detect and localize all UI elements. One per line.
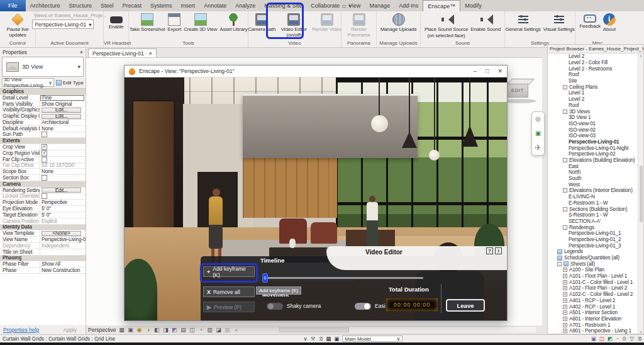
feedback-plane-icon[interactable]: ✈ (535, 145, 541, 151)
video-editor-button[interactable]: Video Editor (on/off) (277, 11, 311, 38)
tree-expand-icon[interactable]: + (563, 286, 567, 290)
property-row[interactable]: Visibility/Graphics ... Edit... (0, 107, 86, 113)
ribbon-tab[interactable]: Modify (460, 0, 486, 11)
tree-expand-icon[interactable]: + (563, 310, 567, 315)
tree-expand-icon[interactable]: + (563, 298, 567, 303)
view-control-icon[interactable]: ◧ (153, 327, 160, 333)
tree-item[interactable]: - Sections (Building Section) (548, 206, 643, 212)
status-icon[interactable]: ◔ (616, 336, 619, 342)
ribbon-tab[interactable]: Enscape™ (423, 0, 460, 11)
property-row[interactable]: Phase New Construction (0, 268, 86, 274)
tree-item[interactable]: + A100 - Site Plan (548, 267, 643, 273)
tree-item[interactable]: + A101 - Floor Plan - Level 1 (548, 273, 643, 280)
view-selector-dropdown[interactable]: 3D View: Perspective-Living- ∨ (2, 78, 54, 87)
shaky-camera-toggle[interactable] (267, 303, 283, 310)
view-control-icon[interactable]: ◪ (215, 327, 221, 333)
tree-item[interactable]: Roof (548, 72, 643, 78)
property-row[interactable]: Title on Sheet (0, 249, 86, 256)
view-control-icon[interactable]: ▧ (224, 327, 230, 333)
tree-expand-icon[interactable]: + (563, 323, 567, 327)
property-row[interactable]: Target Elevation 5' 0" (0, 212, 86, 218)
tree-item[interactable]: E-Restroom 1 - W (548, 200, 643, 206)
property-row[interactable]: Crop Region Visible (0, 150, 86, 157)
tree-item[interactable]: SECTION A-A' (548, 218, 643, 225)
property-row[interactable]: Rendering Settings Edit... (0, 188, 86, 194)
view-control-icon[interactable]: ◉ (136, 327, 142, 333)
export-button[interactable]: Export (166, 11, 182, 32)
property-row[interactable]: View Template <None> (0, 230, 86, 237)
tree-expand-icon[interactable]: + (563, 317, 567, 321)
enscape-render-view[interactable]: Video Editor ? i Timeline + Add keyframe… (125, 77, 507, 320)
timeline-slider-handle[interactable]: 0 (262, 273, 268, 283)
tree-item[interactable]: Level 1 (548, 90, 643, 96)
take-screenshot-button[interactable]: Take Screenshot (128, 11, 167, 32)
property-row[interactable]: Default Analysis Di... None (0, 126, 86, 132)
tree-item[interactable]: North (548, 169, 643, 176)
status-icon[interactable]: ⚙ (622, 336, 627, 342)
tree-expand-icon[interactable]: + (563, 305, 567, 309)
property-row[interactable]: Graphic Display Op... Edit... (0, 113, 86, 120)
property-row[interactable]: Phase Filter Show All (0, 261, 86, 268)
tree-item[interactable]: East (548, 163, 643, 169)
type-selector[interactable]: 3D View ▾ (2, 57, 84, 77)
tree-expand-icon[interactable]: - (563, 85, 567, 89)
property-row[interactable]: Eye Elevation 5' 0" (0, 206, 86, 212)
leave-button[interactable]: Leave (446, 299, 485, 312)
status-icon[interactable]: ◩ (608, 336, 613, 342)
close-icon[interactable]: ✕ (497, 68, 502, 74)
ribbon-tab[interactable]: File (0, 0, 26, 11)
design-option-dropdown[interactable]: Main Model ∨ (342, 336, 402, 342)
ribbon-tab[interactable]: Steel (96, 0, 118, 11)
remove-all-button[interactable]: X Remove all (203, 286, 255, 297)
ribbon-tab[interactable]: Manage (365, 0, 395, 11)
ribbon-tab[interactable]: Architecture (26, 0, 65, 11)
tree-item[interactable]: Perspective-Living-01_1 (548, 230, 643, 237)
property-row[interactable]: Detail Level Fine (0, 95, 86, 101)
tree-item[interactable]: Roof (548, 103, 643, 109)
tree-item[interactable]: + A901 - Perspective - Living 1 (548, 328, 643, 334)
ribbon-tab[interactable]: Systems (146, 0, 177, 11)
ribbon-tab[interactable]: Annotate (199, 0, 231, 11)
visual-settings-button[interactable]: Visual Settings (542, 11, 576, 32)
ribbon-tab[interactable]: Analyze (231, 0, 260, 11)
view-control-icon[interactable]: ◨ (162, 327, 169, 333)
property-row[interactable]: Discipline Architectural (0, 120, 86, 126)
tree-expand-icon[interactable]: - (563, 207, 567, 212)
vr-enable-button[interactable]: Enable (108, 11, 125, 30)
view-control-icon[interactable]: < (233, 327, 239, 333)
tree-item[interactable]: Level 2 (548, 96, 643, 103)
tree-item[interactable]: + A101-C - Color filled - Level 1 (548, 279, 643, 285)
view-control-icon[interactable]: ◩ (171, 327, 177, 333)
minimize-icon[interactable]: – (474, 68, 477, 74)
edit-extent-cube[interactable]: EDIT (507, 82, 528, 98)
view-control-icon[interactable]: ▤ (180, 327, 186, 333)
scroll-up-icon[interactable]: ∧ (640, 54, 642, 58)
tree-item[interactable]: Perspective-Living-01_2 (548, 237, 643, 243)
horizontal-scrollbar[interactable] (277, 326, 537, 334)
camera-path-button[interactable]: Camera path (247, 11, 277, 32)
scroll-down-icon[interactable]: ∨ (640, 329, 642, 334)
tree-item[interactable]: + A501 - Interior Section (548, 310, 643, 316)
property-row[interactable]: Graphics (0, 89, 86, 95)
scrollbar-thumb[interactable] (279, 327, 349, 332)
general-settings-button[interactable]: General Settings (504, 11, 541, 32)
tree-expand-icon[interactable]: - (563, 225, 567, 230)
easing-toggle[interactable] (355, 303, 371, 310)
tree-item[interactable]: Perspective-Living-01-Night (548, 145, 643, 151)
asset-library-button[interactable]: Asset Library (218, 11, 248, 32)
place-sound-source-button[interactable]: Place Sound Source(on selected face) (423, 11, 469, 38)
tree-expand-icon[interactable]: + (563, 292, 567, 297)
tree-item[interactable]: - Sheets (all) (548, 261, 643, 267)
scrollbar-thumb[interactable] (640, 166, 643, 222)
property-row[interactable]: Section Box (0, 175, 86, 181)
tree-expand-icon[interactable]: + (563, 274, 567, 278)
view-control-icon[interactable]: ▥ (206, 327, 213, 333)
property-row[interactable]: Camera (0, 181, 86, 188)
property-row[interactable]: View Name Perspective-Living-01 (0, 237, 86, 243)
tree-expand-icon[interactable]: + (563, 329, 567, 333)
tree-expand-icon[interactable]: - (563, 110, 567, 114)
select-mini-icon[interactable]: ▣ (535, 130, 541, 137)
create-3d-view-button[interactable]: Create 3D View (182, 11, 218, 32)
property-row[interactable]: Identity Data (0, 225, 86, 231)
tree-item[interactable]: ISO-view-03 (548, 133, 643, 139)
